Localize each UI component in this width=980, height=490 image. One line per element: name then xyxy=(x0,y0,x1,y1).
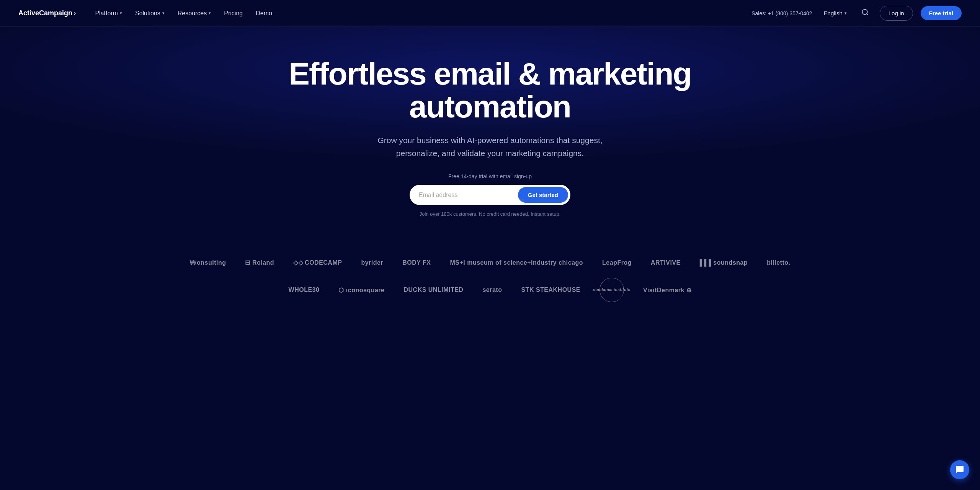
brand-logo-serato: serato xyxy=(482,287,502,293)
nav-label-demo: Demo xyxy=(256,10,272,17)
login-button[interactable]: Log in xyxy=(880,6,913,21)
chevron-down-icon: ▾ xyxy=(162,11,165,16)
search-button[interactable] xyxy=(858,5,872,21)
nav-label-platform: Platform xyxy=(95,10,118,17)
free-trial-button[interactable]: Free trial xyxy=(921,6,962,20)
nav-label-resources: Resources xyxy=(178,10,207,17)
language-label: English xyxy=(824,10,843,16)
nav-item-demo[interactable]: Demo xyxy=(250,7,278,20)
brand-logo-codecamp: ◇◇ CODECAMP xyxy=(293,259,342,266)
brand-logo-bodyfx: BODY FX xyxy=(402,259,431,266)
brands-row-2: WHOLE30⬡ iconosquareDUCKS UNLIMITEDserat… xyxy=(31,278,949,302)
brand-logo-visitdenmark: VisitDenmark ⊕ xyxy=(643,287,691,294)
brand-logo-museum-of-science-and-industry: MS+I museum of science+industry chicago xyxy=(450,259,583,266)
nav-label-pricing: Pricing xyxy=(224,10,243,17)
email-input[interactable] xyxy=(419,192,518,199)
nav-left: ActiveCampaign › Platform ▾ Solutions ▾ … xyxy=(18,7,278,20)
nav-item-resources[interactable]: Resources ▾ xyxy=(172,7,216,20)
hero-section: Effortless email & marketing automation … xyxy=(0,27,980,240)
get-started-button[interactable]: Get started xyxy=(518,187,568,203)
brand-logo-leapfrog: LeapFrog xyxy=(602,259,632,266)
sales-phone: Sales: +1 (800) 357-0402 xyxy=(751,10,812,16)
hero-title: Effortless email & marketing automation xyxy=(279,57,701,123)
chevron-down-icon: ▾ xyxy=(120,11,122,16)
email-form: Get started xyxy=(410,185,570,205)
nav-item-solutions[interactable]: Solutions ▾ xyxy=(130,7,170,20)
brand-logo-iconosquare: ⬡ iconosquare xyxy=(338,287,384,294)
logo-text: ActiveCampaign xyxy=(18,9,72,17)
nav-right: Sales: +1 (800) 357-0402 English ▾ Log i… xyxy=(751,5,962,21)
nav-links: Platform ▾ Solutions ▾ Resources ▾ Prici… xyxy=(90,7,277,20)
svg-line-1 xyxy=(867,14,868,15)
brand-logo-byrider: byrider xyxy=(361,259,383,266)
hero-subtitle: Grow your business with AI-powered autom… xyxy=(368,134,612,160)
brand-logo-artivive: ARTIVIVE xyxy=(651,259,681,266)
chevron-down-icon: ▾ xyxy=(209,11,211,16)
nav-item-pricing[interactable]: Pricing xyxy=(219,7,248,20)
brand-logo-soundsnap: ▌▌▌soundsnap xyxy=(700,259,748,266)
brand-logo-whole30: WHOLE30 xyxy=(289,287,320,293)
logo-arrow: › xyxy=(74,10,76,17)
brand-logo-stk-steakhouse: STK STEAKHOUSE xyxy=(521,287,580,293)
chevron-down-icon: ▾ xyxy=(844,11,847,16)
nav-label-solutions: Solutions xyxy=(135,10,160,17)
main-nav: ActiveCampaign › Platform ▾ Solutions ▾ … xyxy=(0,0,980,27)
hero-bottom-note: Join over 180k customers. No credit card… xyxy=(420,211,561,217)
brand-logo-sundance-institute: sundance institute xyxy=(599,278,624,302)
brands-row-1: 𝕎onsulting⊟ Roland◇◇ CODECAMPbyriderBODY… xyxy=(31,259,949,266)
nav-item-platform[interactable]: Platform ▾ xyxy=(90,7,127,20)
brand-logo-wonsulting: 𝕎onsulting xyxy=(189,259,226,266)
brand-logo-roland: ⊟ Roland xyxy=(245,259,274,266)
brand-logo-billetto: billetto. xyxy=(767,259,790,266)
brands-section: 𝕎onsulting⊟ Roland◇◇ CODECAMPbyriderBODY… xyxy=(0,240,980,333)
trial-label: Free 14-day trial with email sign-up xyxy=(448,173,532,179)
logo[interactable]: ActiveCampaign › xyxy=(18,9,76,17)
chat-button[interactable] xyxy=(950,460,969,479)
language-selector[interactable]: English ▾ xyxy=(820,8,851,19)
brand-logo-ducks-unlimited: DUCKS UNLIMITED xyxy=(403,287,463,293)
